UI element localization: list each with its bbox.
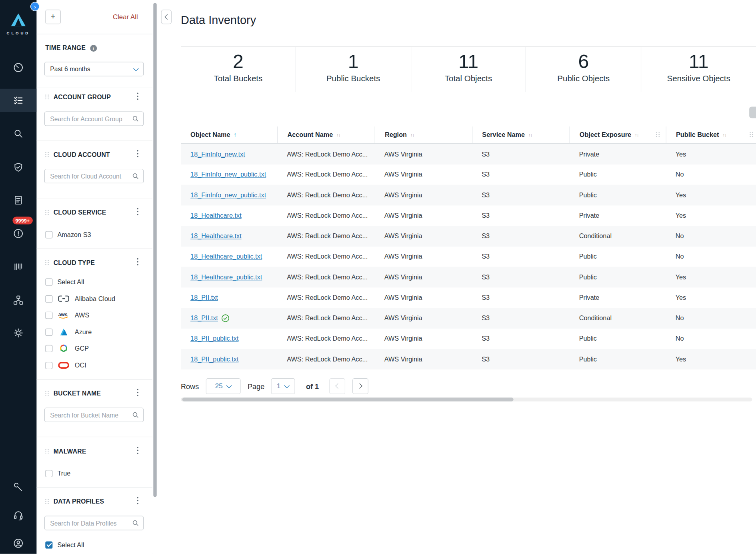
add-filter-button[interactable]: + bbox=[45, 10, 61, 24]
object-name-link[interactable]: 18_PII.txt bbox=[190, 315, 218, 322]
search-icon bbox=[132, 411, 139, 418]
cloud-account-menu-icon[interactable] bbox=[137, 150, 139, 158]
data-profiles-search-input[interactable] bbox=[45, 520, 132, 527]
sidebar-item-support[interactable] bbox=[0, 504, 37, 527]
cell-service-name: S3 bbox=[472, 171, 569, 178]
checkbox-row-azure[interactable]: Azure bbox=[45, 327, 92, 337]
bucket-name-search-input[interactable] bbox=[45, 411, 132, 419]
account-group-search-input[interactable] bbox=[45, 115, 132, 122]
sidebar-item-inventory[interactable] bbox=[0, 89, 37, 112]
data-profiles-menu-icon[interactable] bbox=[137, 497, 139, 505]
sidebar-item-search[interactable] bbox=[0, 122, 37, 145]
cell-object-name: 18_PII_public.txt bbox=[181, 355, 277, 363]
sort-icon[interactable]: ↑↓ bbox=[722, 132, 726, 137]
object-name-link[interactable]: 18_FinInfo_new.txt bbox=[190, 151, 245, 158]
column-header-service-name[interactable]: Service Name ↑↓ bbox=[472, 126, 569, 143]
checkbox[interactable] bbox=[45, 278, 52, 285]
sidebar-item-network[interactable] bbox=[0, 289, 37, 312]
column-header-public-bucket[interactable]: Public Bucket ↑↓ bbox=[666, 126, 756, 143]
drag-handle-icon[interactable] bbox=[45, 391, 49, 396]
filter-panel-scrollbar[interactable] bbox=[153, 3, 156, 497]
cloud-type-menu-icon[interactable] bbox=[137, 258, 139, 266]
collapse-filters-button[interactable] bbox=[161, 10, 172, 24]
checkbox-row-dp-select-all[interactable]: Select All bbox=[45, 540, 84, 550]
sort-icon[interactable]: ↑↓ bbox=[336, 132, 340, 137]
object-name-link[interactable]: 18_Healthcare.txt bbox=[190, 212, 242, 219]
column-header-account-name[interactable]: Account Name ↑↓ bbox=[277, 126, 374, 143]
object-name-link[interactable]: 18_FinInfo_new_public.txt bbox=[190, 171, 266, 178]
column-header-region[interactable]: Region ↑↓ bbox=[375, 126, 472, 143]
drag-handle-icon[interactable] bbox=[45, 94, 49, 100]
sidebar-item-reports[interactable] bbox=[0, 189, 37, 212]
next-page-button[interactable] bbox=[352, 378, 368, 394]
cell-account-name: AWS: RedLock Demo Acc... bbox=[277, 315, 374, 322]
checkbox-row-aws[interactable]: aws AWS bbox=[45, 310, 89, 320]
horizontal-scrollbar[interactable] bbox=[181, 397, 752, 401]
stat-label: Total Buckets bbox=[214, 74, 262, 83]
drag-handle-icon[interactable] bbox=[45, 152, 49, 157]
horizontal-scrollbar-thumb[interactable] bbox=[182, 397, 514, 401]
previous-page-button[interactable] bbox=[330, 378, 346, 394]
stat-value: 11 bbox=[689, 50, 709, 73]
sidebar-item-assets[interactable] bbox=[0, 255, 37, 279]
column-drag-handle-icon[interactable] bbox=[656, 132, 660, 137]
sidebar-item-alerts[interactable] bbox=[0, 222, 37, 245]
column-header-object-name[interactable]: Object Name ↑ bbox=[181, 126, 277, 143]
object-name-link[interactable]: 18_Healthcare_public.txt bbox=[190, 253, 262, 260]
checkbox-label: AWS bbox=[75, 311, 89, 319]
prisma-cloud-logo[interactable]: CLOUD bbox=[0, 12, 37, 35]
drag-handle-icon[interactable] bbox=[45, 499, 49, 504]
page-select[interactable]: 1 bbox=[271, 378, 295, 394]
sort-icon[interactable]: ↑↓ bbox=[528, 132, 532, 137]
checkbox[interactable] bbox=[45, 231, 52, 238]
object-name-link[interactable]: 18_Healthcare.txt bbox=[190, 233, 242, 240]
checkbox[interactable] bbox=[45, 361, 52, 369]
sort-icon[interactable]: ↑↓ bbox=[410, 132, 414, 137]
table-settings-pill[interactable] bbox=[749, 106, 756, 118]
checkbox[interactable] bbox=[45, 295, 52, 302]
info-icon[interactable]: i bbox=[90, 44, 97, 51]
sidebar-item-dashboard[interactable] bbox=[0, 56, 37, 79]
divider bbox=[37, 379, 152, 379]
checkbox-row-gcp[interactable]: GCP bbox=[45, 343, 89, 353]
checkbox-row-malware-true[interactable]: True bbox=[45, 468, 70, 478]
checkbox-row-amazon-s3[interactable]: Amazon S3 bbox=[45, 230, 91, 239]
sort-asc-icon[interactable]: ↑ bbox=[234, 131, 237, 138]
column-header-object-exposure[interactable]: Object Exposure ↑↓ bbox=[570, 126, 666, 143]
drag-handle-icon[interactable] bbox=[45, 260, 49, 265]
object-name-link[interactable]: 18_PII.txt bbox=[190, 294, 218, 301]
checkbox-row-select-all[interactable]: Select All bbox=[45, 277, 84, 287]
collapse-hint-badge[interactable]: › bbox=[30, 2, 40, 11]
checkbox[interactable] bbox=[45, 470, 52, 477]
clear-all-button[interactable]: Clear All bbox=[113, 13, 138, 21]
cloud-service-menu-icon[interactable] bbox=[137, 208, 139, 216]
time-range-dropdown[interactable]: Past 6 months bbox=[44, 62, 144, 76]
cloud-account-search-input[interactable] bbox=[45, 173, 132, 180]
drag-handle-icon[interactable] bbox=[45, 210, 49, 215]
checkbox[interactable] bbox=[45, 345, 52, 352]
sidebar-item-tools[interactable] bbox=[0, 476, 37, 499]
sidebar-item-settings[interactable] bbox=[0, 321, 37, 345]
sidebar-item-compliance[interactable] bbox=[0, 156, 37, 179]
object-name-link[interactable]: 18_PII_public.txt bbox=[190, 355, 238, 363]
checkbox[interactable] bbox=[45, 328, 52, 335]
checkbox-row-oci[interactable]: OCI bbox=[45, 360, 86, 370]
page-count-label: of 1 bbox=[306, 382, 319, 390]
object-name-link[interactable]: 18_Healthcare_public.txt bbox=[190, 273, 262, 281]
checkbox-checked[interactable] bbox=[45, 541, 52, 548]
table-header: Object Name ↑ Account Name ↑↓ Region ↑↓ … bbox=[181, 126, 756, 144]
object-name-link[interactable]: 18_PII_public.txt bbox=[190, 335, 238, 342]
object-name-link[interactable]: 18_FinInfo_new_public.txt bbox=[190, 191, 266, 199]
drag-handle-icon[interactable] bbox=[45, 449, 49, 454]
checkbox-row-alibaba-cloud[interactable]: Alibaba Cloud bbox=[45, 294, 115, 303]
sidebar-item-profile[interactable] bbox=[0, 532, 37, 554]
rows-per-page-select[interactable]: 25 bbox=[206, 378, 240, 394]
sort-icon[interactable]: ↑↓ bbox=[635, 132, 639, 137]
column-label: Object Name bbox=[190, 131, 230, 138]
checkbox[interactable] bbox=[45, 311, 52, 319]
malware-menu-icon[interactable] bbox=[137, 447, 139, 454]
column-drag-handle-icon[interactable] bbox=[750, 132, 754, 137]
cell-object-exposure: Private bbox=[570, 212, 666, 219]
bucket-name-menu-icon[interactable] bbox=[137, 389, 139, 397]
account-group-menu-icon[interactable] bbox=[137, 92, 139, 100]
